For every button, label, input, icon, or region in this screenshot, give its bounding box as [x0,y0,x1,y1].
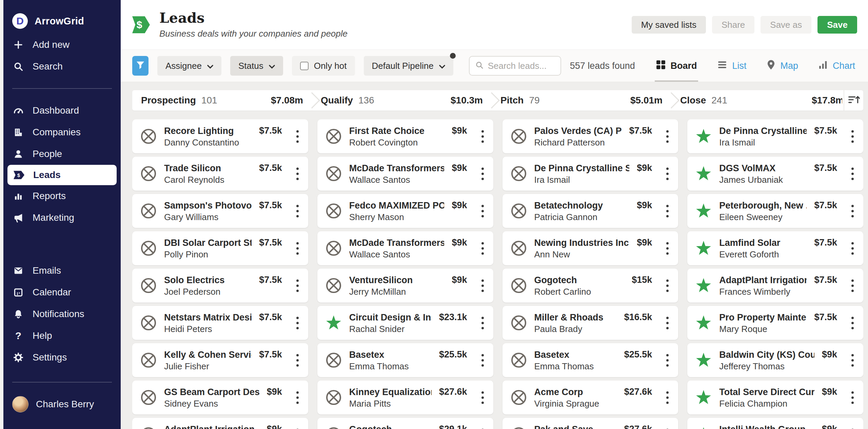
kebab-menu-icon[interactable] [849,165,856,182]
lead-card[interactable]: VentureSilicon Jerry McMillan $9k [317,269,493,303]
lead-card[interactable]: Baldwin City (KS) Coun... Jefferey Thoma… [687,343,863,377]
sidebar-item-dashboard[interactable]: Dashboard [3,100,121,121]
sidebar-item-calendar[interactable]: Calendar [3,281,121,303]
lead-card[interactable]: Palos Verdes (CA) Pe... Richard Patterso… [502,119,678,153]
user-menu[interactable]: Charles Berry [3,395,121,414]
lead-card[interactable]: Trade Silicon Carol Reynolds $7.5k [132,157,308,191]
only-hot-filter[interactable]: Only hot [292,56,355,76]
lead-card[interactable]: Basetex Emma Thomas $25.5k [317,343,493,377]
sidebar-item-people[interactable]: People [3,143,121,165]
kebab-menu-icon[interactable] [849,389,856,406]
kebab-menu-icon[interactable] [294,427,301,429]
lead-card[interactable]: Sampson's Photovolts Gary Williams $7.5k [132,194,308,228]
share-button[interactable]: Share [712,16,754,34]
tab-map-view[interactable]: Map [765,50,800,82]
tab-list-view[interactable]: List [716,50,748,82]
column-header-close[interactable]: Close 241 $17.8m [671,90,844,111]
lead-card[interactable]: Pro Property Mainten... Mary Roque $7.5k [687,306,863,340]
sidebar-item-search[interactable]: Search [3,56,121,77]
lead-card[interactable]: DGS VolMAX James Urbaniak $7.5k [687,157,863,191]
kebab-menu-icon[interactable] [849,203,856,219]
lead-card[interactable]: Fedco MAXIMIZED PO... Sherry Mason $9k [317,194,493,228]
kebab-menu-icon[interactable] [849,128,856,145]
lead-card[interactable]: Acme Corp Virginia Sprague $27.6k [502,381,678,414]
my-saved-lists-button[interactable]: My saved lists [632,16,706,34]
lead-card[interactable]: Recore Lighting Danny Constantino $7.5k [132,119,308,153]
tab-board-view[interactable]: Board [655,50,698,82]
lead-card[interactable]: McDade Transformers ... Wallace Santos $… [317,231,493,265]
lead-card[interactable]: GS Beam Carport Desig... Sidney Evans $9… [132,381,308,414]
lead-card[interactable]: Pak and Save Bernard Patterson $27.6k [502,418,678,429]
lead-card[interactable]: Kinney Equalization Maria Pitts $27.6k [317,381,493,414]
kebab-menu-icon[interactable] [849,240,856,257]
kebab-menu-icon[interactable] [294,352,301,369]
sidebar-item-leads[interactable]: $ Leads [7,165,117,185]
lead-card[interactable]: McDade Transformers ... Wallace Santos $… [317,157,493,191]
sidebar-item-reports[interactable]: Reports [3,185,121,207]
search-input[interactable] [488,61,555,71]
lead-card[interactable]: Miller & Rhoads Paula Brady $16.5k [502,306,678,340]
column-header-qualify[interactable]: Qualify 136 $10.3m [312,90,492,111]
sidebar-item-notifications[interactable]: Notifications [3,303,121,325]
kebab-menu-icon[interactable] [479,240,486,257]
kebab-menu-icon[interactable] [294,240,301,257]
kebab-menu-icon[interactable] [479,203,486,219]
sidebar-item-help[interactable]: ? Help [3,325,121,347]
kebab-menu-icon[interactable] [664,240,671,257]
kebab-menu-icon[interactable] [294,315,301,331]
column-header-pitch[interactable]: Pitch 79 $5.01m [492,90,671,111]
pipeline-dropdown[interactable]: Default Pipeline [364,56,453,76]
lead-card[interactable]: Peterborough, New ... Eileen Sweeney $7.… [687,194,863,228]
sort-button[interactable] [844,90,863,111]
lead-card[interactable]: Lamfind Solar Everett Goforth $7.5k [687,231,863,265]
lead-card[interactable]: De Pinna Crystalline ... Ira Ismail $7.5… [687,119,863,153]
lead-card[interactable]: Newing Industries Inc. Ann New $9k [502,231,678,265]
sidebar-item-add-new[interactable]: Add new [3,34,121,56]
kebab-menu-icon[interactable] [294,277,301,294]
lead-card[interactable]: Solo Electrics Joel Pederson $7.5k [132,269,308,303]
kebab-menu-icon[interactable] [664,315,671,331]
lead-card[interactable]: Circuit Design & Ins... Rachal Snider $2… [317,306,493,340]
column-header-prospecting[interactable]: Prospecting 101 $7.08m [132,90,312,111]
filter-button[interactable] [132,56,149,76]
kebab-menu-icon[interactable] [479,352,486,369]
kebab-menu-icon[interactable] [664,389,671,406]
lead-card[interactable]: First Rate Choice Robert Covington $9k [317,119,493,153]
lead-card[interactable]: Basetex Emma Thomas $25.5k [502,343,678,377]
kebab-menu-icon[interactable] [664,352,671,369]
lead-card[interactable]: Intelli Wealth Group James Boddy $9k [687,418,863,429]
kebab-menu-icon[interactable] [479,427,486,429]
tab-chart-view[interactable]: Chart [817,50,856,82]
kebab-menu-icon[interactable] [664,427,671,429]
sidebar-item-marketing[interactable]: Marketing [3,207,121,229]
sidebar-item-settings[interactable]: Settings [3,347,121,368]
kebab-menu-icon[interactable] [294,165,301,182]
kebab-menu-icon[interactable] [479,389,486,406]
assignee-dropdown[interactable]: Assignee [157,56,221,76]
lead-card[interactable]: Betatechnology Patricia Gannon $9k [502,194,678,228]
kebab-menu-icon[interactable] [849,352,856,369]
kebab-menu-icon[interactable] [294,389,301,406]
lead-card[interactable]: DBI Solar Carport Str... Polly Pinon $7.… [132,231,308,265]
lead-card[interactable]: Netstars Matrix Design Heidi Peters $7.5… [132,306,308,340]
save-as-button[interactable]: Save as [761,16,811,34]
save-button[interactable]: Save [817,16,857,34]
kebab-menu-icon[interactable] [664,128,671,145]
kebab-menu-icon[interactable] [849,427,856,429]
kebab-menu-icon[interactable] [664,277,671,294]
kebab-menu-icon[interactable] [479,128,486,145]
lead-card[interactable]: Total Serve Direct Curr... Felicia Champ… [687,381,863,414]
lead-card[interactable]: AdaptPlant Irrigation Frances Wimberly $… [132,418,308,429]
only-hot-checkbox[interactable] [300,62,309,70]
status-dropdown[interactable]: Status [230,56,283,76]
kebab-menu-icon[interactable] [849,315,856,331]
kebab-menu-icon[interactable] [664,165,671,182]
kebab-menu-icon[interactable] [479,315,486,331]
kebab-menu-icon[interactable] [479,165,486,182]
lead-card[interactable]: AdaptPlant Irrigation Frances Wimberly $… [687,269,863,303]
lead-card[interactable]: De Pinna Crystalline Si... Ira Ismail $9… [502,157,678,191]
kebab-menu-icon[interactable] [294,128,301,145]
app-logo[interactable]: D ArrowGrid [3,12,121,30]
lead-card[interactable]: Kelly & Cohen Services Julie Fisher $7.5… [132,343,308,377]
lead-card[interactable]: Gogotech Robert Carlino $15k [502,269,678,303]
